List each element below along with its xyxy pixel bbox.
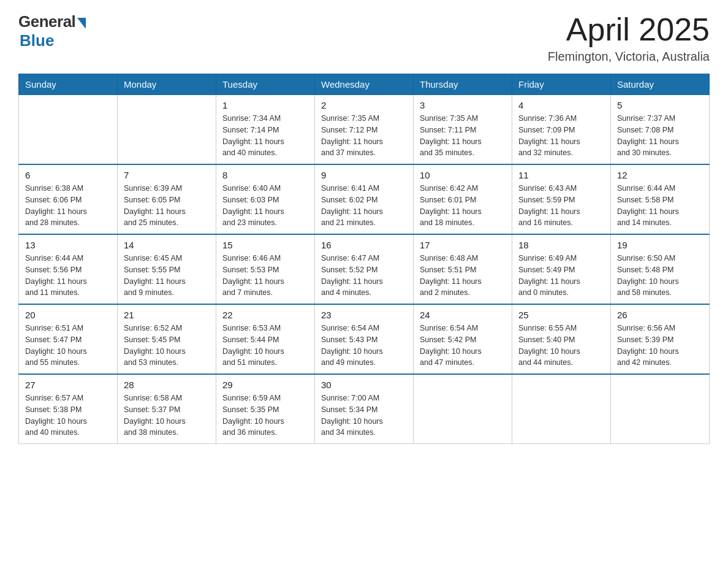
- logo: General Blue: [18, 12, 86, 50]
- day-number: 20: [25, 310, 111, 320]
- day-info: Sunrise: 7:35 AM Sunset: 7:11 PM Dayligh…: [420, 113, 506, 159]
- day-number: 22: [222, 310, 308, 320]
- logo-arrow-icon: [77, 18, 86, 29]
- day-info: Sunrise: 6:53 AM Sunset: 5:44 PM Dayligh…: [222, 323, 308, 369]
- day-info: Sunrise: 6:43 AM Sunset: 5:59 PM Dayligh…: [518, 183, 604, 229]
- day-number: 15: [222, 240, 308, 250]
- calendar-cell: 20Sunrise: 6:51 AM Sunset: 5:47 PM Dayli…: [19, 304, 118, 374]
- calendar-cell: 15Sunrise: 6:46 AM Sunset: 5:53 PM Dayli…: [216, 234, 315, 304]
- calendar-cell: 17Sunrise: 6:48 AM Sunset: 5:51 PM Dayli…: [414, 234, 512, 304]
- day-info: Sunrise: 6:47 AM Sunset: 5:52 PM Dayligh…: [321, 253, 407, 299]
- day-info: Sunrise: 6:56 AM Sunset: 5:39 PM Dayligh…: [617, 323, 703, 369]
- location-label: Flemington, Victoria, Australia: [548, 50, 710, 64]
- day-number: 9: [321, 170, 407, 180]
- logo-blue-text: Blue: [20, 31, 54, 50]
- day-number: 27: [25, 380, 111, 390]
- day-number: 4: [518, 100, 604, 110]
- day-info: Sunrise: 6:52 AM Sunset: 5:45 PM Dayligh…: [124, 323, 210, 369]
- week-row-5: 27Sunrise: 6:57 AM Sunset: 5:38 PM Dayli…: [19, 374, 710, 444]
- day-number: 1: [222, 100, 308, 110]
- calendar-cell: 1Sunrise: 7:34 AM Sunset: 7:14 PM Daylig…: [216, 95, 315, 165]
- col-header-sunday: Sunday: [19, 74, 118, 95]
- day-number: 8: [222, 170, 308, 180]
- day-info: Sunrise: 6:50 AM Sunset: 5:48 PM Dayligh…: [617, 253, 703, 299]
- day-info: Sunrise: 6:58 AM Sunset: 5:37 PM Dayligh…: [124, 393, 210, 439]
- day-info: Sunrise: 6:54 AM Sunset: 5:42 PM Dayligh…: [420, 323, 506, 369]
- calendar-cell: 18Sunrise: 6:49 AM Sunset: 5:49 PM Dayli…: [512, 234, 611, 304]
- day-info: Sunrise: 7:34 AM Sunset: 7:14 PM Dayligh…: [222, 113, 308, 159]
- calendar-cell: 4Sunrise: 7:36 AM Sunset: 7:09 PM Daylig…: [512, 95, 611, 165]
- day-info: Sunrise: 6:38 AM Sunset: 6:06 PM Dayligh…: [25, 183, 111, 229]
- day-number: 24: [420, 310, 506, 320]
- day-number: 29: [222, 380, 308, 390]
- calendar-table: SundayMondayTuesdayWednesdayThursdayFrid…: [18, 74, 710, 444]
- calendar-cell: 24Sunrise: 6:54 AM Sunset: 5:42 PM Dayli…: [414, 304, 512, 374]
- day-info: Sunrise: 7:35 AM Sunset: 7:12 PM Dayligh…: [321, 113, 407, 159]
- calendar-cell: 14Sunrise: 6:45 AM Sunset: 5:55 PM Dayli…: [118, 234, 216, 304]
- calendar-cell: 9Sunrise: 6:41 AM Sunset: 6:02 PM Daylig…: [315, 164, 414, 234]
- day-info: Sunrise: 6:44 AM Sunset: 5:58 PM Dayligh…: [617, 183, 703, 229]
- calendar-cell: 12Sunrise: 6:44 AM Sunset: 5:58 PM Dayli…: [611, 164, 710, 234]
- week-row-3: 13Sunrise: 6:44 AM Sunset: 5:56 PM Dayli…: [19, 234, 710, 304]
- day-info: Sunrise: 7:00 AM Sunset: 5:34 PM Dayligh…: [321, 393, 407, 439]
- day-number: 17: [420, 240, 506, 250]
- day-info: Sunrise: 6:55 AM Sunset: 5:40 PM Dayligh…: [518, 323, 604, 369]
- day-info: Sunrise: 6:57 AM Sunset: 5:38 PM Dayligh…: [25, 393, 111, 439]
- day-info: Sunrise: 6:42 AM Sunset: 6:01 PM Dayligh…: [420, 183, 506, 229]
- calendar-cell: 26Sunrise: 6:56 AM Sunset: 5:39 PM Dayli…: [611, 304, 710, 374]
- day-info: Sunrise: 7:36 AM Sunset: 7:09 PM Dayligh…: [518, 113, 604, 159]
- day-number: 13: [25, 240, 111, 250]
- col-header-saturday: Saturday: [611, 74, 710, 95]
- day-number: 16: [321, 240, 407, 250]
- week-row-4: 20Sunrise: 6:51 AM Sunset: 5:47 PM Dayli…: [19, 304, 710, 374]
- week-row-1: 1Sunrise: 7:34 AM Sunset: 7:14 PM Daylig…: [19, 95, 710, 165]
- day-number: 5: [617, 100, 703, 110]
- calendar-cell: 2Sunrise: 7:35 AM Sunset: 7:12 PM Daylig…: [315, 95, 414, 165]
- calendar-cell: 27Sunrise: 6:57 AM Sunset: 5:38 PM Dayli…: [19, 374, 118, 444]
- calendar-cell: 21Sunrise: 6:52 AM Sunset: 5:45 PM Dayli…: [118, 304, 216, 374]
- col-header-tuesday: Tuesday: [216, 74, 315, 95]
- calendar-cell: 19Sunrise: 6:50 AM Sunset: 5:48 PM Dayli…: [611, 234, 710, 304]
- calendar-cell: [611, 374, 710, 444]
- calendar-cell: 28Sunrise: 6:58 AM Sunset: 5:37 PM Dayli…: [118, 374, 216, 444]
- day-number: 18: [518, 240, 604, 250]
- col-header-monday: Monday: [118, 74, 216, 95]
- col-header-thursday: Thursday: [414, 74, 512, 95]
- day-number: 6: [25, 170, 111, 180]
- page-header: General Blue April 2025 Flemington, Vict…: [18, 12, 710, 64]
- week-row-2: 6Sunrise: 6:38 AM Sunset: 6:06 PM Daylig…: [19, 164, 710, 234]
- day-info: Sunrise: 6:51 AM Sunset: 5:47 PM Dayligh…: [25, 323, 111, 369]
- calendar-cell: [118, 95, 216, 165]
- day-number: 23: [321, 310, 407, 320]
- day-number: 10: [420, 170, 506, 180]
- calendar-cell: 6Sunrise: 6:38 AM Sunset: 6:06 PM Daylig…: [19, 164, 118, 234]
- col-header-wednesday: Wednesday: [315, 74, 414, 95]
- calendar-cell: 23Sunrise: 6:54 AM Sunset: 5:43 PM Dayli…: [315, 304, 414, 374]
- calendar-cell: [19, 95, 118, 165]
- calendar-cell: 30Sunrise: 7:00 AM Sunset: 5:34 PM Dayli…: [315, 374, 414, 444]
- calendar-cell: 7Sunrise: 6:39 AM Sunset: 6:05 PM Daylig…: [118, 164, 216, 234]
- day-number: 2: [321, 100, 407, 110]
- day-info: Sunrise: 7:37 AM Sunset: 7:08 PM Dayligh…: [617, 113, 703, 159]
- title-section: April 2025 Flemington, Victoria, Austral…: [548, 12, 710, 64]
- day-number: 30: [321, 380, 407, 390]
- calendar-cell: [512, 374, 611, 444]
- day-number: 25: [518, 310, 604, 320]
- day-number: 12: [617, 170, 703, 180]
- day-number: 28: [124, 380, 210, 390]
- day-info: Sunrise: 6:39 AM Sunset: 6:05 PM Dayligh…: [124, 183, 210, 229]
- day-number: 11: [518, 170, 604, 180]
- day-info: Sunrise: 6:46 AM Sunset: 5:53 PM Dayligh…: [222, 253, 308, 299]
- calendar-cell: 22Sunrise: 6:53 AM Sunset: 5:44 PM Dayli…: [216, 304, 315, 374]
- calendar-cell: 11Sunrise: 6:43 AM Sunset: 5:59 PM Dayli…: [512, 164, 611, 234]
- day-number: 7: [124, 170, 210, 180]
- calendar-cell: 29Sunrise: 6:59 AM Sunset: 5:35 PM Dayli…: [216, 374, 315, 444]
- day-info: Sunrise: 6:45 AM Sunset: 5:55 PM Dayligh…: [124, 253, 210, 299]
- calendar-cell: 5Sunrise: 7:37 AM Sunset: 7:08 PM Daylig…: [611, 95, 710, 165]
- logo-general-text: General: [18, 12, 75, 31]
- day-info: Sunrise: 6:54 AM Sunset: 5:43 PM Dayligh…: [321, 323, 407, 369]
- calendar-cell: [414, 374, 512, 444]
- calendar-cell: 16Sunrise: 6:47 AM Sunset: 5:52 PM Dayli…: [315, 234, 414, 304]
- day-number: 26: [617, 310, 703, 320]
- day-info: Sunrise: 6:41 AM Sunset: 6:02 PM Dayligh…: [321, 183, 407, 229]
